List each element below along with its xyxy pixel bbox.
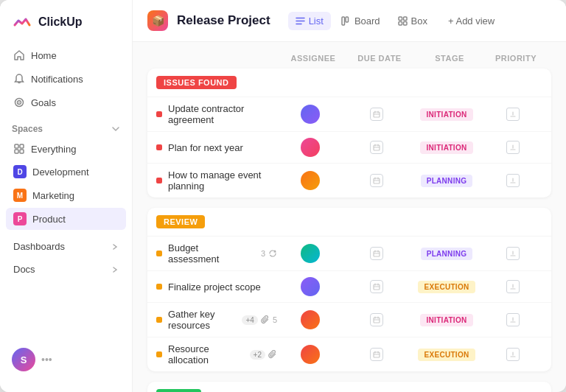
box-icon (398, 16, 408, 26)
bell-icon (13, 73, 25, 85)
stage-cell: PLANNING (410, 248, 483, 260)
col-stage: STAGE (413, 54, 486, 63)
assignee-cell (277, 244, 343, 263)
table-row[interactable]: Gather key resources +4 5 INITIATION (147, 302, 551, 337)
stage-badge: EXECUTION (418, 281, 475, 293)
sidebar-item-home[interactable]: Home (6, 44, 126, 66)
priority-icon (506, 247, 520, 260)
priority-cell (483, 247, 542, 260)
priority-cell (483, 348, 542, 361)
date-cell[interactable] (343, 313, 410, 326)
paperclip-icon-2 (268, 350, 277, 359)
clickup-logo-icon (12, 12, 32, 32)
sidebar-item-goals[interactable]: Goals (6, 91, 126, 113)
task-dot (156, 284, 162, 290)
assignee-cell (277, 345, 343, 364)
group-review: REVIEW Budget assessment 3 PLANNING (147, 208, 551, 371)
assignee-cell (277, 138, 343, 157)
svg-rect-12 (399, 21, 402, 25)
task-dot (156, 351, 162, 357)
nav-menu: Home Notifications (0, 44, 132, 113)
task-name: Update contractor agreement (156, 103, 277, 125)
col-due-date: DUE DATE (346, 54, 413, 63)
development-label: Development (32, 167, 89, 178)
add-view-button[interactable]: + Add view (441, 12, 502, 30)
date-cell[interactable] (343, 174, 410, 187)
chevron-right-icon (111, 243, 119, 251)
assignee-cell (277, 277, 343, 296)
sidebar-item-docs[interactable]: Docs (6, 259, 126, 280)
svg-rect-3 (15, 144, 18, 148)
svg-point-2 (18, 102, 20, 103)
table-row[interactable]: Update contractor agreement INITIATION (147, 97, 551, 131)
task-name: How to manage event planning (156, 169, 277, 192)
calendar-icon (370, 348, 383, 361)
paperclip-icon (261, 315, 270, 324)
tab-board[interactable]: Board (334, 12, 388, 30)
marketing-badge: M (13, 189, 27, 202)
sidebar-item-notifications[interactable]: Notifications (6, 68, 126, 90)
goals-label: Goals (31, 97, 56, 108)
priority-cell (483, 280, 542, 293)
stage-badge: PLANNING (421, 248, 473, 260)
svg-rect-4 (20, 144, 24, 148)
svg-rect-13 (403, 21, 407, 25)
table-row[interactable]: Finalize project scope EXECUTION (147, 270, 551, 302)
assignee-cell (277, 105, 343, 124)
footer-dots: ••• (41, 354, 52, 365)
sidebar-item-development[interactable]: D Development (6, 161, 126, 183)
target-icon (13, 97, 25, 108)
sidebar-item-product[interactable]: P Product (6, 208, 126, 230)
stage-cell: INITIATION (410, 141, 483, 154)
calendar-icon (370, 174, 383, 187)
table-row[interactable]: How to manage event planning PLANNING (147, 163, 551, 197)
calendar-icon (370, 280, 383, 293)
date-cell[interactable] (343, 108, 410, 121)
table-row[interactable]: Resource allocation +2 EXECUTION (147, 337, 551, 371)
group-label-issues: ISSUES FOUND (156, 76, 237, 89)
stage-cell: EXECUTION (410, 281, 483, 293)
table-row[interactable]: Plan for next year INITIATION (147, 131, 551, 163)
tab-box[interactable]: Box (391, 12, 435, 30)
view-tabs: List Board (288, 12, 503, 30)
stage-cell: EXECUTION (410, 349, 483, 361)
stage-badge: INITIATION (420, 314, 472, 326)
avatar (301, 244, 320, 263)
col-assignee: ASSIGNEE (280, 54, 346, 63)
sidebar-item-dashboards[interactable]: Dashboards (6, 236, 126, 257)
date-cell[interactable] (343, 247, 410, 260)
table-row[interactable]: Budget assessment 3 PLANNING (147, 236, 551, 270)
marketing-label: Marketing (32, 190, 74, 201)
task-name: Resource allocation +2 (156, 343, 277, 365)
sidebar-item-marketing[interactable]: M Marketing (6, 184, 126, 206)
group-header-issues: ISSUES FOUND (147, 69, 551, 97)
svg-rect-6 (20, 150, 24, 153)
task-dot (156, 144, 162, 150)
avatar (301, 171, 320, 190)
topbar: 📦 Release Project List Board (133, 0, 566, 42)
calendar-icon (370, 247, 383, 260)
project-title: Release Project (177, 13, 270, 28)
date-cell[interactable] (343, 141, 410, 154)
task-name: Gather key resources +4 5 (156, 309, 277, 331)
list-icon (296, 16, 305, 26)
product-label: Product (32, 214, 66, 225)
date-cell[interactable] (343, 348, 410, 361)
task-dot (156, 178, 162, 183)
home-label: Home (31, 50, 57, 61)
chevron-down-icon (111, 125, 120, 133)
task-name: Budget assessment 3 (156, 242, 277, 265)
task-extras: +2 (250, 350, 277, 360)
user-avatar[interactable]: S (12, 348, 35, 371)
refresh-icon (268, 249, 277, 258)
spaces-list: Everything D Development M Marketing P P… (0, 139, 132, 230)
priority-cell (483, 174, 542, 187)
svg-rect-10 (399, 17, 402, 21)
col-priority: PRIORITY (486, 54, 545, 63)
tab-list[interactable]: List (288, 12, 331, 30)
priority-icon (506, 280, 520, 293)
logo: ClickUp (0, 12, 132, 44)
sidebar-item-everything[interactable]: Everything (6, 139, 126, 159)
assignee-cell (277, 171, 343, 190)
date-cell[interactable] (343, 280, 410, 293)
